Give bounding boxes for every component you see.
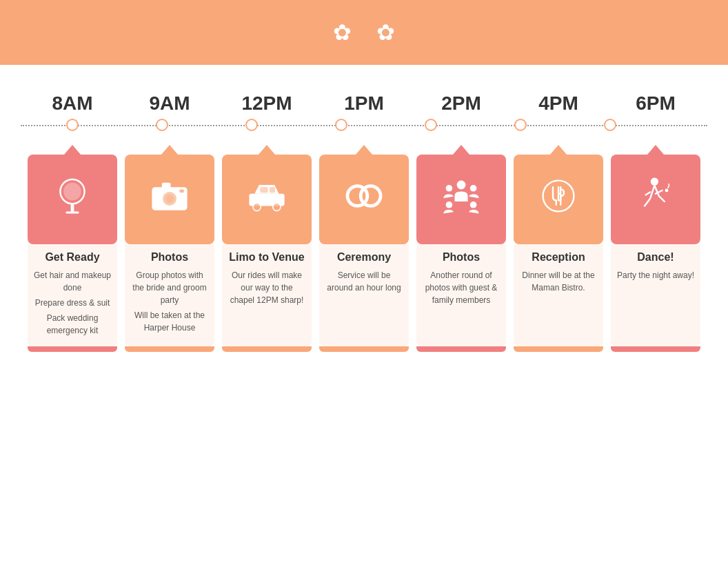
svg-point-10 [253,203,261,210]
svg-point-23 [665,189,669,192]
card-body: Ceremony Service will be around an hour … [319,244,409,346]
card-title: Photos [443,251,480,264]
card-arrow [356,145,372,155]
card-icon-box [319,155,409,244]
timeline-dot [604,119,616,131]
card-body: Reception Dinner will be at the Maman Bi… [514,244,603,346]
card-description: Service will be around an hour long [325,269,403,297]
group-icon [439,174,483,225]
card-bottom-bar [514,346,603,352]
svg-point-6 [165,195,174,204]
dot-wrapper [565,119,655,131]
timeline-dot [66,119,79,131]
dance-icon [634,174,678,225]
card-bottom-bar [28,346,117,352]
card-arrow [259,145,275,155]
card-bottom-bar [319,346,409,352]
mirror-icon [50,174,94,225]
card-description: Dinner will be at the Maman Bistro. [519,269,598,297]
time-label: 12PM [222,92,312,115]
svg-point-16 [457,181,466,190]
time-label: 1PM [319,92,409,115]
card-bottom-bar [125,346,214,352]
svg-rect-7 [162,183,171,188]
card-title: Get Ready [45,251,99,264]
card-arrow [550,145,567,155]
timeline-dot [514,119,527,131]
timeline-card: Limo to Venue Our rides will make our wa… [222,145,312,352]
dot-wrapper [117,119,207,131]
card-bottom-bar [611,346,700,352]
svg-point-18 [470,185,477,192]
card-description: Another round of photos with guest & fam… [422,269,501,309]
card-description: Our rides will make our way to the chape… [228,269,306,309]
card-title: Photos [151,251,188,264]
camera-icon [148,174,192,225]
card-arrow [64,145,81,155]
dot-wrapper [296,119,386,131]
time-label: 4PM [514,92,603,115]
timeline-dot [245,119,258,131]
card-body: Photos Another round of photos with gues… [416,244,506,346]
timeline-card: Ceremony Service will be around an hour … [319,145,409,352]
card-body: Limo to Venue Our rides will make our wa… [222,244,312,346]
card-description: Party the night away! [617,269,694,284]
time-label: 6PM [611,92,700,115]
card-description: Group photos with the bride and groom pa… [130,269,209,337]
card-bottom-bar [222,346,312,352]
dot-wrapper [207,119,296,131]
svg-rect-13 [270,187,275,192]
card-icon-box [222,155,312,244]
card-icon-box [514,155,603,244]
card-title: Dance! [637,251,674,264]
svg-point-19 [446,201,453,208]
card-arrow [161,145,178,155]
card-body: Dance! Party the night away! [611,244,700,346]
flower-left-icon: ✿ [333,19,352,46]
timeline-dots [21,119,707,131]
card-arrow [453,145,469,155]
card-description: Get hair and makeup donePrepare dress & … [33,269,112,339]
card-title: Ceremony [337,251,391,264]
card-body: Photos Group photos with the bride and g… [125,244,214,346]
card-title: Reception [532,251,585,264]
card-icon-box [416,155,506,244]
timeline-card: Get Ready Get hair and makeup donePrepar… [28,145,117,352]
cards-container: Get Ready Get hair and makeup donePrepar… [21,145,707,352]
car-icon [245,174,289,225]
timeline-dot [335,119,347,131]
timeline-dot [425,119,437,131]
svg-rect-2 [71,204,74,213]
svg-point-1 [63,183,81,201]
card-arrow [647,145,664,155]
timeline-card: Reception Dinner will be at the Maman Bi… [514,145,603,352]
svg-point-17 [446,185,453,192]
time-label: 2PM [416,92,506,115]
page-header: ✿ ✿ [0,0,728,65]
svg-point-15 [361,186,381,206]
timeline-card: Photos Group photos with the bride and g… [125,145,214,352]
flower-right-icon: ✿ [376,19,395,46]
svg-point-22 [651,178,658,186]
time-label: 9AM [125,92,214,115]
timeline-header: 8AM9AM12PM1PM2PM4PM6PM [21,92,707,115]
dot-wrapper [476,119,565,131]
rings-icon [342,174,386,225]
svg-point-20 [470,201,477,208]
dot-wrapper [28,119,117,131]
time-label: 8AM [28,92,117,115]
dinner-icon [536,174,580,225]
dot-wrapper [386,119,476,131]
timeline-card: Photos Another round of photos with gues… [416,145,506,352]
timeline-dot [156,119,168,131]
svg-rect-3 [65,211,79,213]
card-icon-box [28,155,117,244]
main-content: 8AM9AM12PM1PM2PM4PM6PM Get Ready Get hai… [0,65,728,373]
svg-rect-8 [179,189,183,192]
svg-point-11 [273,203,281,210]
card-icon-box [611,155,700,244]
timeline-card: Dance! Party the night away! [611,145,700,352]
svg-rect-12 [260,187,267,192]
card-body: Get Ready Get hair and makeup donePrepar… [28,244,117,346]
card-icon-box [125,155,214,244]
